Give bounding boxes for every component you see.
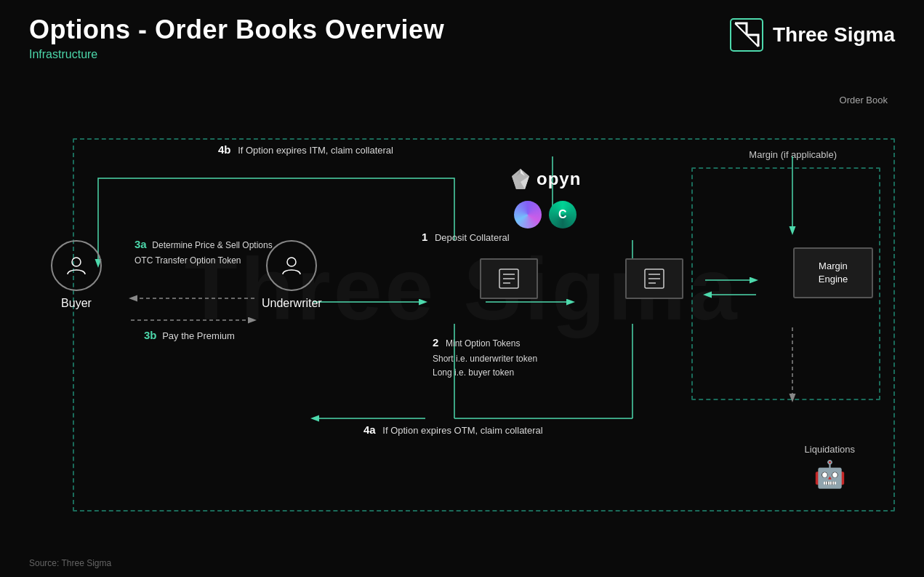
svg-point-17 <box>287 258 296 266</box>
underwriter-icon <box>278 252 305 279</box>
step-1-num: 1 <box>422 231 427 243</box>
logo-text: Three Sigma <box>773 23 895 47</box>
header: Options - Order Books Overview Infrastru… <box>29 15 444 61</box>
step-4a: 4a If Option expires OTM, claim collater… <box>363 422 543 439</box>
buyer-label: Buyer <box>61 297 92 310</box>
logo-icon <box>729 17 764 52</box>
svg-point-16 <box>72 258 81 266</box>
opyn-logo: opyn <box>509 167 581 191</box>
opyn-text: opyn <box>537 169 581 189</box>
buyer-actor: Buyer <box>51 240 102 310</box>
page-title: Options - Order Books Overview <box>29 15 444 45</box>
step-4b-num: 4b <box>218 143 231 156</box>
liquidations-area: Liquidations 🤖 <box>805 444 855 490</box>
step-1-text: Deposit Collateral <box>435 232 510 243</box>
step-4b: 4b If Option expires ITM, claim collater… <box>218 142 393 159</box>
protocol-logo-1 <box>514 201 542 228</box>
step-3b-num: 3b <box>144 329 157 341</box>
buyer-avatar <box>51 240 102 291</box>
opyn-gem-icon <box>509 167 532 191</box>
logo: Three Sigma <box>729 17 895 52</box>
step-2-text: Mint Option TokensShort i.e. underwriter… <box>433 338 537 378</box>
step-2: 2 Mint Option TokensShort i.e. underwrit… <box>433 335 537 380</box>
sc-icon-right <box>643 267 666 290</box>
underwriter-avatar <box>266 240 317 291</box>
step-3a-num: 3a <box>134 238 147 250</box>
step-4a-text: If Option expires OTM, claim collateral <box>382 425 542 436</box>
step-3b: 3b Pay the Premium <box>144 327 235 344</box>
step-4b-text: If Option expires ITM, claim collateral <box>238 145 393 156</box>
protocol-logo-2: C <box>549 201 577 228</box>
step-3a-text: Determine Price & Sell OptionsOTC Transf… <box>134 240 273 266</box>
order-book-label: Order Book <box>840 95 888 106</box>
protocol-logos-area: opyn C <box>509 167 581 228</box>
liquidations-label: Liquidations <box>805 444 855 455</box>
step-3b-text: Pay the Premium <box>162 330 235 341</box>
diagram: Order Book Margin (if applicable) <box>29 95 895 533</box>
step-2-num: 2 <box>433 336 438 349</box>
margin-label: Margin (if applicable) <box>749 149 837 160</box>
buyer-icon <box>63 252 89 279</box>
source-text: Source: Three Sigma <box>29 558 111 568</box>
step-3a: 3a Determine Price & Sell OptionsOTC Tra… <box>134 236 273 267</box>
sc-box-right <box>625 258 683 299</box>
margin-engine: MarginEngine <box>793 247 873 298</box>
sc-icon-left <box>497 267 521 290</box>
robot-icon: 🤖 <box>813 459 846 490</box>
margin-engine-label: MarginEngine <box>819 260 848 286</box>
subtitle: Infrastructure <box>29 48 444 61</box>
step-4a-num: 4a <box>363 423 376 436</box>
step-1: 1 Deposit Collateral <box>422 229 510 246</box>
sub-protocol-logos: C <box>514 201 577 228</box>
underwriter-label: Underwriter <box>262 297 322 310</box>
sc-box-left <box>480 258 538 299</box>
